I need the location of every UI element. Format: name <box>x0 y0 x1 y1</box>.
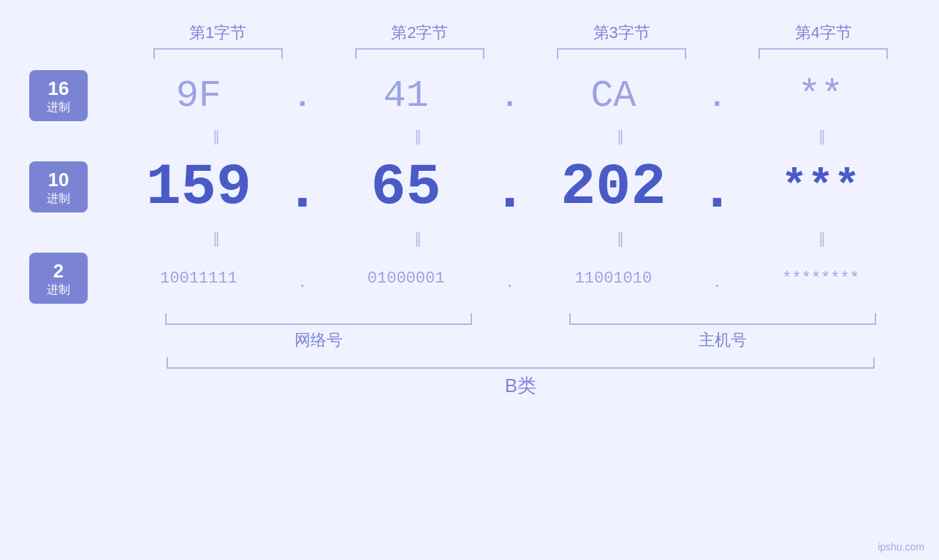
dec-dot3: . <box>702 153 731 220</box>
dec-dot2: . <box>495 153 525 220</box>
bin-dot3: . <box>702 263 731 294</box>
eq-7: ‖ <box>617 227 627 249</box>
dec-byte1: 159 <box>146 154 251 220</box>
bin-label: 2 进制 <box>29 253 88 304</box>
col-header-4: 第4字节 <box>737 22 910 44</box>
host-label: 主机号 <box>536 329 911 351</box>
col-header-2: 第2字节 <box>333 22 506 44</box>
watermark: ipshu.com <box>878 541 924 553</box>
eq-5: ‖ <box>213 227 223 249</box>
eq-2: ‖ <box>414 125 425 147</box>
col-header-3: 第3字节 <box>536 22 708 44</box>
hex-label: 16 进制 <box>29 70 88 121</box>
hex-dot1: . <box>288 78 317 113</box>
dec-label: 10 进制 <box>29 161 88 212</box>
bin-byte1: 10011111 <box>160 269 237 288</box>
bin-byte4: ******** <box>782 269 859 288</box>
dec-byte3: 202 <box>560 154 666 220</box>
bin-byte2: 01000001 <box>368 269 445 288</box>
hex-byte2: 41 <box>383 74 428 118</box>
bin-byte3: 11001010 <box>575 269 653 288</box>
dec-byte2: 65 <box>371 154 441 220</box>
main-container: 第1字节 第2字节 第3字节 第4字节 16 进制 9F . 4 <box>0 0 939 560</box>
hex-dot2: . <box>495 78 525 113</box>
dec-dot1: . <box>288 153 317 220</box>
eq-1: ‖ <box>213 125 223 147</box>
network-label: 网络号 <box>132 329 506 351</box>
class-label: B类 <box>132 373 910 399</box>
bin-dot2: . <box>495 263 525 294</box>
hex-byte4: ** <box>798 74 843 118</box>
hex-byte3: CA <box>590 74 636 118</box>
eq-3: ‖ <box>617 125 627 147</box>
eq-6: ‖ <box>414 227 425 249</box>
hex-dot3: . <box>702 78 731 113</box>
hex-byte1: 9F <box>176 74 221 118</box>
dec-byte4: *** <box>781 162 860 212</box>
eq-8: ‖ <box>818 227 829 249</box>
bin-dot1: . <box>288 263 317 294</box>
eq-4: ‖ <box>818 125 829 147</box>
col-header-1: 第1字节 <box>132 22 304 44</box>
